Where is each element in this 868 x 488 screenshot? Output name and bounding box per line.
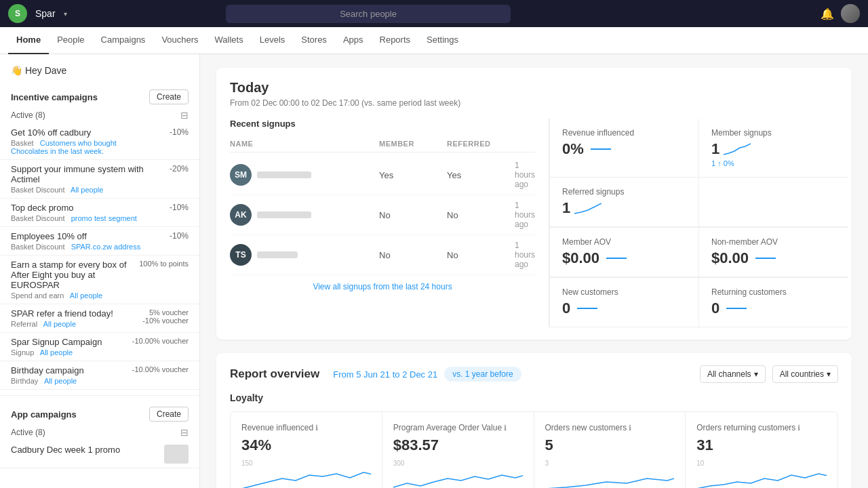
incentive-section-header: Incentive campaigns Create	[0, 84, 199, 107]
user-avatar[interactable]	[841, 4, 860, 23]
stat-line-icon	[606, 258, 627, 259]
avatar: TS	[230, 244, 252, 266]
signup-name-blur	[257, 171, 311, 178]
campaign-link[interactable]: All people	[70, 291, 102, 300]
campaign-discount: 100% to points	[139, 260, 189, 268]
avatar: SM	[230, 164, 252, 186]
app-active-label: Active (8) ⊟	[0, 424, 199, 441]
nav-apps[interactable]: Apps	[335, 27, 372, 54]
campaign-discount: -10%	[170, 231, 189, 241]
loyalty-title: Loyalty	[230, 392, 838, 403]
signup-referred: Yes	[447, 170, 515, 180]
today-grid: Recent signups NAME MEMBER REFERRED SM Y…	[230, 119, 838, 327]
campaign-link[interactable]: SPAR.co.zw address	[71, 243, 141, 251]
countries-dropdown[interactable]: All countries ▾	[772, 365, 838, 383]
loyalty-card-aov: Program Average Order Value ℹ $83.57 300	[382, 412, 534, 488]
stat-member-aov: Member AOV $0.00	[549, 227, 698, 277]
loyalty-card-returning: Orders returning customers ℹ 31 10	[686, 412, 837, 488]
nav-levels[interactable]: Levels	[252, 27, 294, 54]
avatar: AK	[230, 204, 252, 226]
brand-caret-icon[interactable]: ▾	[64, 10, 67, 18]
signup-member: Yes	[379, 170, 447, 180]
info-icon: ℹ	[797, 424, 800, 432]
brand-name: Spar	[35, 8, 56, 19]
date-range-button[interactable]: From 5 Jun 21 to 2 Dec 21	[333, 369, 437, 380]
campaign-item: Get 10% off cadbury Basket Customers who…	[0, 123, 199, 160]
signup-time: 1 hours ago	[515, 241, 535, 269]
app-logo[interactable]: S	[8, 4, 27, 23]
chevron-down-icon: ▾	[827, 369, 831, 379]
stat-line-icon	[591, 148, 611, 150]
greeting: 👋 Hey Dave	[0, 62, 199, 84]
stat-member-signups: Member signups 1 1 ↑ 0%	[698, 119, 848, 178]
stat-new-customers: New customers 0	[549, 277, 698, 327]
today-title: Today	[230, 80, 838, 96]
report-filters: From 5 Jun 21 to 2 Dec 21 vs. 1 year bef…	[333, 365, 838, 383]
nav-home[interactable]: Home	[8, 27, 49, 54]
report-section: Report overview From 5 Jun 21 to 2 Dec 2…	[216, 353, 852, 488]
nav-settings[interactable]: Settings	[418, 27, 467, 54]
incentive-active-label: Active (8) ⊟	[0, 107, 199, 123]
nav-campaigns[interactable]: Campaigns	[93, 27, 154, 54]
campaign-name: Earn a stamp for every box of After Eigh…	[11, 260, 139, 290]
referred-signups-chart	[574, 200, 601, 216]
stat-returning-customers: Returning customers 0	[698, 277, 848, 327]
app-campaign-item: Cadbury Dec week 1 promo	[0, 441, 199, 468]
stat-line-icon	[755, 258, 776, 259]
campaign-link[interactable]: All people	[40, 348, 73, 357]
signup-row: TS No No 1 hours ago	[230, 235, 535, 275]
campaign-link[interactable]: Customers who bought	[40, 139, 117, 147]
search-input[interactable]	[226, 5, 511, 23]
campaign-link[interactable]: All people	[43, 320, 76, 328]
today-section: Today From 02 Dec 00:00 to 02 Dec 17:00 …	[216, 68, 852, 340]
signup-member: No	[379, 210, 447, 220]
topbar-right: 🔔	[821, 4, 860, 23]
app-collapse-icon[interactable]: ⊟	[180, 427, 189, 438]
collapse-icon[interactable]: ⊟	[180, 110, 189, 121]
returning-customers-chart: 10	[696, 460, 827, 488]
channels-dropdown[interactable]: All channels ▾	[700, 365, 766, 383]
new-customers-chart: 3	[545, 460, 675, 488]
loyalty-card-new: Orders new customers ℹ 5 3	[534, 412, 686, 488]
campaign-item: Spar Signup Campaign Signup All people -…	[0, 333, 199, 361]
nav-wallets[interactable]: Wallets	[207, 27, 252, 54]
campaign-item: Employees 10% off Basket Discount SPAR.c…	[0, 227, 199, 256]
stat-line-icon	[577, 308, 597, 309]
info-icon: ℹ	[315, 424, 318, 432]
vs-year-button[interactable]: vs. 1 year before	[444, 367, 521, 382]
campaign-item: Birthday campaign Birthday All people -1…	[0, 361, 199, 390]
signups-table-header: NAME MEMBER REFERRED	[230, 136, 535, 152]
revenue-chart: 150	[241, 460, 371, 488]
incentive-section-title: Incentive campaigns	[11, 92, 98, 102]
notification-icon[interactable]: 🔔	[821, 7, 834, 20]
campaign-name: Support your immune system with Actimel	[11, 164, 170, 184]
info-icon: ℹ	[504, 424, 507, 432]
stat-line-icon	[726, 308, 747, 309]
nav-stores[interactable]: Stores	[293, 27, 335, 54]
loyalty-card-revenue: Revenue influenced ℹ 34% 150	[231, 412, 382, 488]
nav-reports[interactable]: Reports	[372, 27, 419, 54]
campaign-link[interactable]: promo test segment	[71, 214, 137, 222]
app-create-button[interactable]: Create	[149, 407, 189, 422]
campaign-segment-link[interactable]: Chocolates in the last week.	[11, 147, 104, 155]
signup-member: No	[379, 250, 447, 260]
campaign-discount: -10%	[170, 127, 189, 137]
nav-people[interactable]: People	[49, 27, 92, 54]
campaign-link[interactable]: All people	[71, 186, 103, 194]
campaign-link[interactable]: All people	[44, 377, 77, 385]
signup-time: 1 hours ago	[515, 201, 535, 229]
layout: 👋 Hey Dave Incentive campaigns Create Ac…	[0, 54, 868, 488]
topbar: S Spar ▾ 🔔	[0, 0, 868, 27]
nav-vouchers[interactable]: Vouchers	[153, 27, 206, 54]
campaign-item: Top deck promo Basket Discount promo tes…	[0, 199, 199, 227]
view-all-signups[interactable]: View all signups from the last 24 hours	[230, 275, 535, 294]
signup-name-blur	[257, 211, 311, 218]
search-bar[interactable]	[226, 5, 511, 23]
main-nav: Home People Campaigns Vouchers Wallets L…	[0, 27, 868, 54]
incentive-create-button[interactable]: Create	[149, 89, 189, 104]
signup-referred: No	[447, 250, 515, 260]
campaign-name: Employees 10% off	[11, 231, 170, 241]
campaign-item: Support your immune system with Actimel …	[0, 160, 199, 199]
campaign-name: Top deck promo	[11, 203, 170, 213]
stat-revenue-influenced: Revenue influenced 0%	[549, 119, 698, 178]
